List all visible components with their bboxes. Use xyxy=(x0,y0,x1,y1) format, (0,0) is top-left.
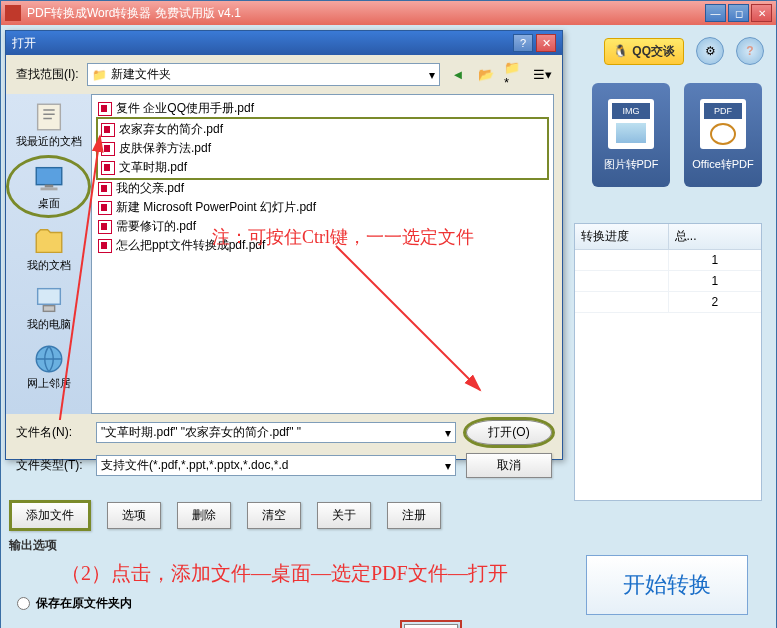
table-row[interactable]: 1 xyxy=(575,250,761,271)
mycomputer-icon xyxy=(32,283,66,317)
register-button[interactable]: 注册 xyxy=(387,502,441,529)
folder-icon: 📁 xyxy=(92,68,107,82)
filename-input[interactable]: "文革时期.pdf" "农家弃女的简介.pdf" "▾ xyxy=(96,422,456,443)
desktop-icon xyxy=(32,162,66,196)
svg-rect-2 xyxy=(44,185,53,188)
close-button[interactable]: ✕ xyxy=(751,4,772,22)
svg-rect-5 xyxy=(43,306,54,312)
clear-button[interactable]: 清空 xyxy=(247,502,301,529)
filename-label: 文件名(N): xyxy=(16,424,86,441)
output-options-label: 输出选项 xyxy=(9,537,57,554)
browse-button[interactable]: 浏览 xyxy=(404,624,458,628)
question-icon: ? xyxy=(746,44,753,58)
table-row[interactable]: 1 xyxy=(575,271,761,292)
place-mycomp[interactable]: 我的电脑 xyxy=(6,279,91,336)
pdf-icon xyxy=(101,123,115,137)
list-item[interactable]: 需要修订的.pdf xyxy=(96,217,549,236)
list-item[interactable]: 农家弃女的简介.pdf xyxy=(99,120,546,139)
svg-rect-0 xyxy=(37,104,60,130)
qq-chat-button[interactable]: 🐧 QQ交谈 xyxy=(604,38,684,65)
chevron-down-icon: ▾ xyxy=(445,426,451,440)
place-recent[interactable]: 我最近的文档 xyxy=(6,96,91,153)
svg-rect-1 xyxy=(36,168,62,185)
pdf-icon xyxy=(101,161,115,175)
new-folder-icon[interactable]: 📁* xyxy=(504,65,524,85)
lookin-dropdown[interactable]: 📁 新建文件夹 ▾ xyxy=(87,63,440,86)
place-mydocs[interactable]: 我的文档 xyxy=(6,220,91,277)
mydocs-icon xyxy=(32,224,66,258)
progress-table: 转换进度 总... 1 1 2 xyxy=(574,223,762,501)
col-progress[interactable]: 转换进度 xyxy=(575,224,669,249)
tile-label: 图片转PDF xyxy=(604,157,659,172)
maximize-button[interactable]: ◻ xyxy=(728,4,749,22)
help-button[interactable]: ? xyxy=(736,37,764,65)
chevron-down-icon: ▾ xyxy=(445,459,451,473)
gear-icon: ⚙ xyxy=(705,44,716,58)
instruction-annotation: （2）点击，添加文件—桌面—选定PDF文件—打开 xyxy=(61,560,508,587)
lookin-value: 新建文件夹 xyxy=(111,66,171,83)
col-total[interactable]: 总... xyxy=(669,224,762,249)
app-title: PDF转换成Word转换器 免费试用版 v4.1 xyxy=(27,5,705,22)
dialog-help-button[interactable]: ? xyxy=(513,34,533,52)
list-item[interactable]: 我的父亲.pdf xyxy=(96,179,549,198)
table-row[interactable]: 2 xyxy=(575,292,761,313)
office-to-pdf-tile[interactable]: PDF Office转PDF xyxy=(684,83,762,187)
settings-button[interactable]: ⚙ xyxy=(696,37,724,65)
open-button[interactable]: 打开(O) xyxy=(466,420,552,445)
pdf-icon xyxy=(98,102,112,116)
back-icon[interactable]: ◄ xyxy=(448,65,468,85)
list-item[interactable]: 复件 企业QQ使用手册.pdf xyxy=(96,99,549,118)
dialog-close-button[interactable]: ✕ xyxy=(536,34,556,52)
svg-rect-4 xyxy=(37,289,60,305)
place-desktop[interactable]: 桌面 xyxy=(6,155,91,218)
cancel-button[interactable]: 取消 xyxy=(466,453,552,478)
add-file-button[interactable]: 添加文件 xyxy=(9,500,91,531)
image-to-pdf-tile[interactable]: IMG 图片转PDF xyxy=(592,83,670,187)
svg-rect-3 xyxy=(40,188,57,191)
list-item[interactable]: 怎么把ppt文件转换成pdf.pdf xyxy=(96,236,549,255)
pdf-icon xyxy=(98,201,112,215)
pdf-file-icon: PDF xyxy=(700,99,746,149)
main-titlebar: PDF转换成Word转换器 免费试用版 v4.1 — ◻ ✕ xyxy=(1,1,776,25)
up-folder-icon[interactable]: 📂 xyxy=(476,65,496,85)
places-bar: 我最近的文档 桌面 我的文档 我的电脑 网上邻居 xyxy=(6,94,91,414)
tile-label: Office转PDF xyxy=(692,157,754,172)
list-item[interactable]: 皮肤保养方法.pdf xyxy=(99,139,546,158)
filetype-dropdown[interactable]: 支持文件(*.pdf,*.ppt,*.pptx,*.doc,*.d▾ xyxy=(96,455,456,476)
start-convert-button[interactable]: 开始转换 xyxy=(586,555,748,615)
image-file-icon: IMG xyxy=(608,99,654,149)
pdf-icon xyxy=(98,239,112,253)
list-item[interactable]: 新建 Microsoft PowerPoint 幻灯片.pdf xyxy=(96,198,549,217)
file-list[interactable]: 复件 企业QQ使用手册.pdf 农家弃女的简介.pdf 皮肤保养方法.pdf 文… xyxy=(91,94,554,414)
save-original-radio[interactable] xyxy=(17,597,30,610)
minimize-button[interactable]: — xyxy=(705,4,726,22)
qq-label: QQ交谈 xyxy=(632,43,675,60)
options-button[interactable]: 选项 xyxy=(107,502,161,529)
about-button[interactable]: 关于 xyxy=(317,502,371,529)
pdf-icon xyxy=(98,220,112,234)
place-network[interactable]: 网上邻居 xyxy=(6,338,91,395)
pdf-icon xyxy=(98,182,112,196)
views-icon[interactable]: ☰▾ xyxy=(532,65,552,85)
open-file-dialog: 打开 ? ✕ 查找范围(I): 📁 新建文件夹 ▾ ◄ 📂 📁* ☰▾ 我最近的… xyxy=(5,30,563,460)
app-icon xyxy=(5,5,21,21)
dialog-title: 打开 xyxy=(12,35,510,52)
penguin-icon: 🐧 xyxy=(613,44,628,58)
filetype-label: 文件类型(T): xyxy=(16,457,86,474)
chevron-down-icon: ▾ xyxy=(429,68,435,82)
list-item[interactable]: 文革时期.pdf xyxy=(99,158,546,177)
save-original-label: 保存在原文件夹内 xyxy=(36,595,132,612)
delete-button[interactable]: 删除 xyxy=(177,502,231,529)
recent-docs-icon xyxy=(32,100,66,134)
network-icon xyxy=(32,342,66,376)
lookin-label: 查找范围(I): xyxy=(16,66,79,83)
pdf-icon xyxy=(101,142,115,156)
